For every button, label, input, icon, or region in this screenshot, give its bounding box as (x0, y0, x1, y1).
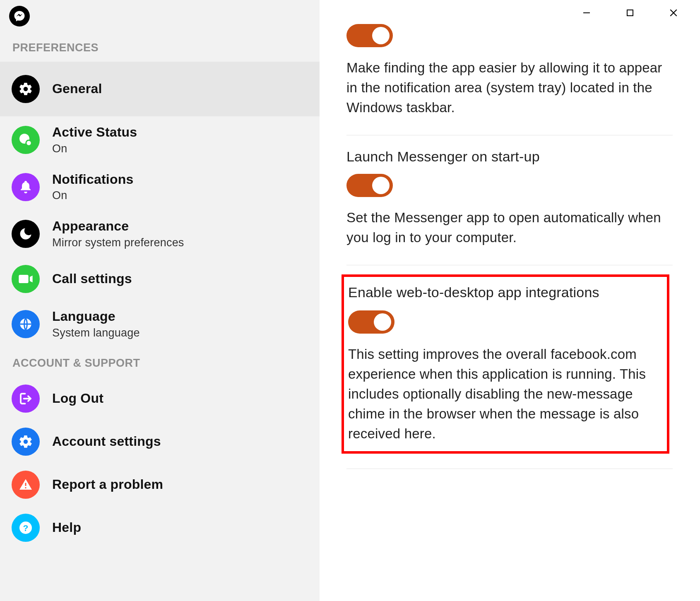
toggle-knob (374, 313, 391, 331)
moon-icon (12, 220, 40, 248)
gear-icon (12, 75, 40, 103)
video-icon (12, 265, 40, 293)
setting-tray: Make finding the app easier by allowing … (346, 24, 673, 135)
window-titlebar (320, 0, 700, 27)
toggle-web-integration[interactable] (348, 310, 395, 334)
sidebar-item-sub: Mirror system preferences (52, 236, 184, 250)
sidebar-item-language[interactable]: Language System language (0, 300, 320, 348)
divider (346, 265, 673, 265)
sidebar-item-call-settings[interactable]: Call settings (0, 257, 320, 300)
section-header-account: ACCOUNT & SUPPORT (0, 348, 320, 377)
sidebar-item-label: Report a problem (52, 476, 163, 493)
sidebar-item-label: Account settings (52, 433, 161, 450)
toggle-startup[interactable] (346, 174, 393, 197)
sidebar-item-active-status[interactable]: Active Status On (0, 116, 320, 163)
sidebar-item-log-out[interactable]: Log Out (0, 377, 320, 420)
highlight-box: Enable web-to-desktop app integrations T… (342, 274, 669, 454)
main-content: Make finding the app easier by allowing … (320, 0, 700, 601)
setting-web-integration-desc: This setting improves the overall facebo… (348, 344, 661, 443)
window-minimize-button[interactable] (565, 2, 608, 23)
active-status-icon (12, 126, 40, 154)
help-icon: ? (12, 514, 40, 542)
gear-icon (12, 428, 40, 456)
sidebar-item-appearance[interactable]: Appearance Mirror system preferences (0, 210, 320, 257)
sidebar-item-label: Help (52, 519, 81, 536)
sidebar-item-sub: System language (52, 326, 140, 340)
setting-startup-desc: Set the Messenger app to open automatica… (346, 208, 673, 248)
toggle-knob (372, 27, 390, 44)
window-close-button[interactable] (652, 2, 695, 23)
svg-rect-6 (627, 10, 633, 16)
sidebar-item-general[interactable]: General (0, 62, 320, 116)
setting-startup: Launch Messenger on start-up Set the Mes… (346, 135, 673, 265)
sidebar-item-notifications[interactable]: Notifications On (0, 163, 320, 211)
globe-icon (12, 310, 40, 338)
bell-icon (12, 173, 40, 201)
divider (346, 469, 673, 469)
sidebar-item-sub: On (52, 188, 133, 203)
messenger-logo-icon (9, 6, 30, 26)
window-maximize-button[interactable] (608, 2, 652, 23)
warning-icon (12, 471, 40, 499)
settings-panel: Make finding the app easier by allowing … (320, 24, 700, 469)
sidebar-item-label: Appearance (52, 218, 184, 235)
sidebar-item-label: Notifications (52, 171, 133, 188)
svg-point-1 (26, 140, 32, 146)
app-logo-wrap (0, 3, 320, 36)
sidebar-item-label: Language (52, 308, 140, 325)
sidebar-item-help[interactable]: ? Help (0, 506, 320, 549)
setting-web-integration-title: Enable web-to-desktop app integrations (348, 283, 661, 303)
preferences-sidebar: PREFERENCES General Active Status On Not… (0, 0, 320, 601)
sidebar-item-label: Log Out (52, 390, 103, 407)
sidebar-item-label: General (52, 80, 102, 98)
log-out-icon (12, 385, 40, 413)
sidebar-item-report-problem[interactable]: Report a problem (0, 463, 320, 506)
toggle-tray[interactable] (346, 24, 393, 47)
svg-text:?: ? (23, 523, 28, 532)
setting-tray-desc: Make finding the app easier by allowing … (346, 58, 673, 118)
sidebar-item-label: Active Status (52, 124, 137, 141)
toggle-knob (372, 177, 390, 194)
setting-startup-title: Launch Messenger on start-up (346, 147, 673, 167)
sidebar-item-label: Call settings (52, 270, 132, 288)
section-header-preferences: PREFERENCES (0, 36, 320, 62)
sidebar-item-account-settings[interactable]: Account settings (0, 420, 320, 463)
sidebar-item-sub: On (52, 142, 137, 156)
